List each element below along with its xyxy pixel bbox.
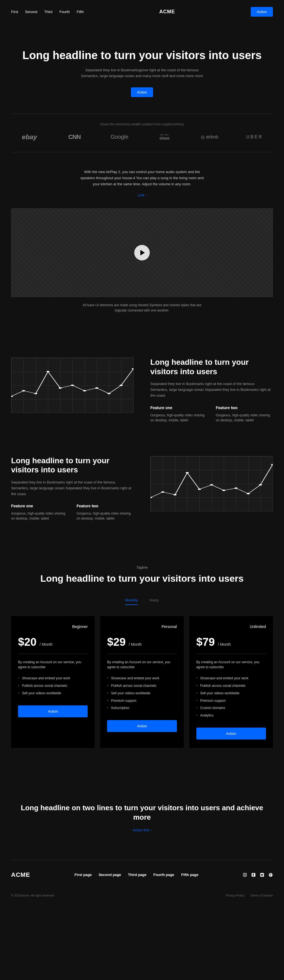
plan-cta-button[interactable]: Action bbox=[196, 727, 266, 740]
plan-feature: Custom domains bbox=[196, 704, 266, 712]
svg-point-10 bbox=[132, 368, 133, 369]
nav-third[interactable]: Third bbox=[44, 10, 52, 14]
plan-name: Unlimited bbox=[196, 624, 266, 629]
svg-point-27 bbox=[269, 873, 272, 877]
cta: Long headline on two lines to turn your … bbox=[0, 770, 284, 860]
feature-body: Separated they live in Bookmarks right a… bbox=[150, 381, 273, 398]
header-cta-button[interactable]: Action bbox=[251, 7, 273, 17]
airbnb-icon: ◎ bbox=[201, 135, 206, 139]
nav-second[interactable]: Second bbox=[25, 10, 37, 14]
plan-feature: Premium support bbox=[196, 697, 266, 705]
svg-point-16 bbox=[210, 484, 213, 485]
logo: ACME bbox=[159, 9, 175, 15]
twitter-icon[interactable] bbox=[260, 873, 264, 877]
play-button[interactable] bbox=[134, 245, 150, 261]
feature-content-1: Long headline to turn your visitors into… bbox=[150, 358, 273, 423]
nav-fifth[interactable]: Fifth bbox=[77, 10, 84, 14]
video-caption: All base UI elements are made using Nest… bbox=[83, 302, 201, 341]
plan-price: $29 / Month bbox=[107, 636, 177, 648]
svg-point-15 bbox=[198, 488, 201, 490]
svg-point-7 bbox=[95, 388, 98, 389]
plan-desc: By creating an Account on our service, y… bbox=[196, 660, 266, 670]
svg-point-2 bbox=[34, 393, 37, 394]
terms-link[interactable]: Terms of Service bbox=[250, 894, 273, 897]
svg-point-9 bbox=[119, 385, 122, 386]
footer-link-5[interactable]: Fifth page bbox=[181, 873, 198, 877]
logo-cisco: ·ı|ı·ı|ı· cisco bbox=[146, 134, 183, 140]
hero-cta-button[interactable]: Action bbox=[131, 88, 153, 97]
footer-logo: ACME bbox=[11, 871, 30, 878]
tab-monthly[interactable]: Monthly bbox=[125, 598, 138, 605]
plan-feature: Publish across social channels bbox=[18, 682, 88, 690]
chevron-right-icon: › bbox=[150, 828, 151, 832]
plan-cta-button[interactable]: Action bbox=[18, 705, 88, 718]
feature-title: Long headline to turn your visitors into… bbox=[11, 456, 134, 475]
logo-cnn: CNN bbox=[56, 134, 93, 141]
header: First Second Third Fourth Fifth ACME Act… bbox=[0, 0, 284, 24]
plan-name: Beginner bbox=[18, 624, 88, 629]
pricing-tagline: Tagline bbox=[11, 565, 273, 570]
svg-point-17 bbox=[222, 490, 225, 491]
cta-link[interactable]: Action link › bbox=[133, 828, 151, 832]
svg-point-3 bbox=[46, 371, 49, 372]
airplay-link[interactable]: Link › bbox=[138, 193, 146, 197]
footer-nav: First page Second page Third page Fourth… bbox=[75, 873, 198, 877]
feature-title: Long headline to turn your visitors into… bbox=[150, 358, 273, 376]
plan-cta-button[interactable]: Action bbox=[107, 720, 177, 732]
footer-link-4[interactable]: Fourth page bbox=[153, 873, 174, 877]
chart-2 bbox=[150, 456, 273, 512]
svg-point-23 bbox=[244, 874, 246, 875]
svg-point-4 bbox=[59, 388, 62, 389]
nav: First Second Third Fourth Fifth bbox=[11, 10, 84, 14]
feature-two: Feature two Gorgeous, high-quality video… bbox=[216, 406, 273, 423]
pricing-tabs: Monthly Yearly bbox=[11, 598, 273, 605]
hero: Long headline to turn your visitors into… bbox=[0, 24, 284, 114]
tab-yearly[interactable]: Yearly bbox=[149, 598, 159, 605]
hero-sub: Separated they live in Bookmarksgrove ri… bbox=[81, 67, 203, 79]
footer-link-2[interactable]: Second page bbox=[99, 873, 121, 877]
logo-airbnb: ◎ airbnb bbox=[191, 134, 228, 140]
logos-intro: Given the enormous wealth creation from … bbox=[0, 114, 284, 133]
svg-point-8 bbox=[107, 393, 110, 394]
video-player[interactable] bbox=[11, 208, 273, 297]
svg-point-21 bbox=[271, 464, 273, 465]
plan-features: Showcase and embed your workPublish acro… bbox=[107, 675, 177, 712]
plan-feature: Sell your videos worldwide bbox=[196, 690, 266, 697]
svg-point-11 bbox=[151, 497, 152, 498]
feature-two: Feature two Gorgeous, high-quality video… bbox=[76, 504, 134, 521]
instagram-icon[interactable] bbox=[243, 873, 247, 877]
plan-feature: Sell your videos worldwide bbox=[18, 690, 88, 697]
pricing: Tagline Long headline to turn your visit… bbox=[0, 538, 284, 770]
feature-content-2: Long headline to turn your visitors into… bbox=[11, 456, 134, 521]
plan-feature: Sell your videos worldwide bbox=[107, 690, 177, 697]
pinterest-icon[interactable] bbox=[268, 873, 273, 877]
svg-point-13 bbox=[173, 494, 176, 495]
nav-fourth[interactable]: Fourth bbox=[59, 10, 70, 14]
pricing-cards: Beginner $20 / Month By creating an Acco… bbox=[11, 616, 273, 748]
svg-point-12 bbox=[161, 491, 164, 493]
svg-point-18 bbox=[234, 487, 237, 489]
hero-title: Long headline to turn your visitors into… bbox=[0, 49, 284, 62]
nav-first[interactable]: First bbox=[11, 10, 18, 14]
airplay-section: With the new AirPlay 2, you can control … bbox=[78, 152, 206, 197]
facebook-icon[interactable] bbox=[251, 873, 256, 877]
plan-feature: Premium support bbox=[107, 697, 177, 705]
pricing-card-beginner: Beginner $20 / Month By creating an Acco… bbox=[11, 616, 95, 748]
svg-point-1 bbox=[22, 390, 25, 391]
pricing-card-personal: Personal $29 / Month By creating an Acco… bbox=[100, 616, 184, 748]
plan-desc: By creating an Account on our service, y… bbox=[18, 660, 88, 670]
footer-link-3[interactable]: Third page bbox=[128, 873, 146, 877]
feature-split-1: Long headline to turn your visitors into… bbox=[0, 341, 284, 439]
svg-point-19 bbox=[247, 493, 250, 494]
feature-one: Feature one Gorgeous, high-quality video… bbox=[150, 406, 208, 423]
feature-one: Feature one Gorgeous, high-quality video… bbox=[11, 504, 68, 521]
plan-feature: Showcase and embed your work bbox=[18, 675, 88, 682]
footer-link-1[interactable]: First page bbox=[75, 873, 92, 877]
privacy-link[interactable]: Privacy Policy bbox=[226, 894, 244, 897]
plan-features: Showcase and embed your workPublish acro… bbox=[196, 675, 266, 719]
svg-point-5 bbox=[71, 385, 74, 386]
plan-desc: By creating an Account on our service, y… bbox=[107, 660, 177, 670]
logo-ebay: ebay bbox=[11, 133, 48, 141]
legal: © 2018 Acme. All right reserved. Privacy… bbox=[0, 889, 284, 908]
plan-features: Showcase and embed your workPublish acro… bbox=[18, 675, 88, 697]
